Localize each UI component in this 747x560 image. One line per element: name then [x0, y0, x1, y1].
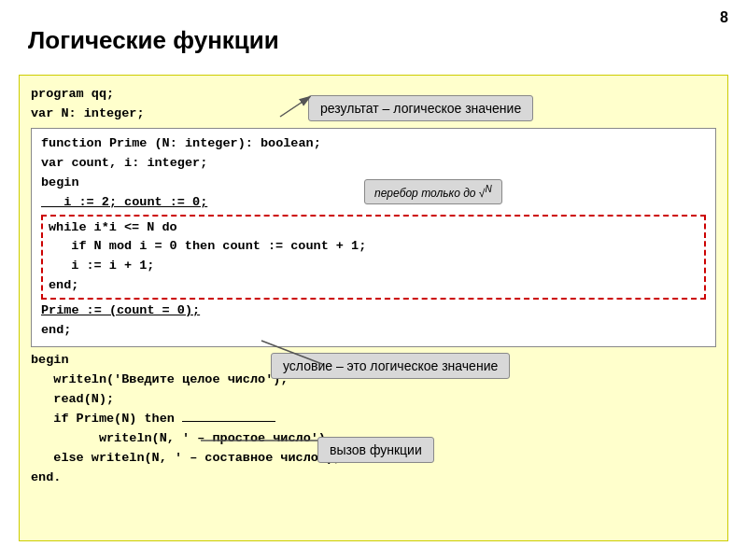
main-if: if Prime(N) then	[31, 410, 716, 429]
callout-loop: перебор только до √N	[364, 179, 502, 204]
func-var: var count, i: integer;	[41, 154, 706, 174]
function-block: function Prime (N: integer): boolean; va…	[31, 128, 716, 347]
arrow-condition	[247, 331, 341, 369]
main-code-area: program qq; var N: integer; function Pri…	[19, 75, 728, 541]
svg-line-1	[261, 341, 322, 364]
arrow-result	[271, 79, 383, 121]
loop-block: while i*i <= N do if N mod i = 0 then co…	[41, 215, 706, 301]
callout-call: вызов функции	[317, 437, 434, 463]
end-semicolon: end;	[49, 276, 698, 296]
prime-assign: Prime := (count = 0);	[41, 301, 706, 321]
main-end: end.	[31, 469, 716, 488]
i-increment: i := i + 1;	[49, 257, 698, 276]
func-declaration: function Prime (N: integer): boolean;	[41, 134, 706, 154]
svg-line-0	[280, 98, 308, 117]
func-end: end;	[41, 321, 706, 341]
main-read: read(N);	[31, 390, 716, 410]
while-line: while i*i <= N do	[49, 218, 698, 238]
arrow-call	[201, 429, 331, 453]
if-line: if N mod i = 0 then count := count + 1;	[49, 237, 698, 257]
page-number: 8	[720, 9, 728, 26]
page-title: Логические функции	[28, 26, 279, 55]
